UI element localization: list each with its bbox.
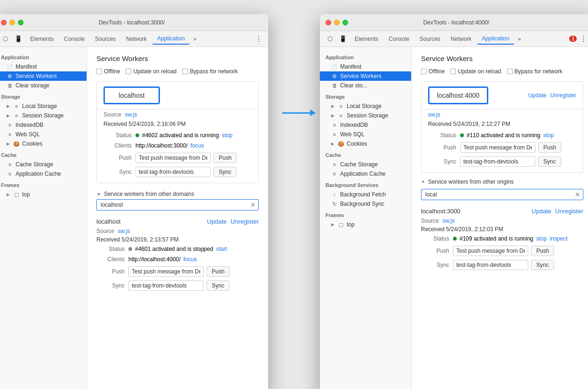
offline-checkbox-1[interactable]: [96, 69, 102, 74]
sync-input-1[interactable]: [135, 167, 211, 177]
unregister-link-mini-1[interactable]: Unregister: [230, 218, 259, 225]
sidebar-item-local-storage-2[interactable]: ▶ ≡ Local Storage: [320, 101, 411, 111]
bypass-checkbox-1[interactable]: [183, 69, 188, 74]
bypass-checkbox-2[interactable]: [507, 69, 513, 74]
arrow-line: [282, 112, 315, 114]
update-link-mini-2[interactable]: Update: [532, 208, 551, 215]
stop-link-2[interactable]: stop: [543, 132, 554, 139]
update-reload-option-2[interactable]: Update on reload: [450, 68, 501, 75]
device-icon[interactable]: 📱: [12, 33, 24, 45]
bypass-option-1[interactable]: Bypass for network: [183, 68, 238, 75]
sw-mini-source-link-1[interactable]: sw.js: [118, 228, 130, 234]
update-reload-checkbox-1[interactable]: [126, 69, 131, 74]
push-button-1[interactable]: Push: [214, 153, 237, 163]
sidebar-item-clear-storage-2[interactable]: 🗑 Clear sto...: [320, 81, 411, 90]
sidebar-item-manifest-2[interactable]: 📄 Manifest: [320, 62, 411, 71]
bypass-option-2[interactable]: Bypass for network: [507, 68, 563, 75]
mini-push-input-2[interactable]: [453, 246, 528, 256]
tab-application-2[interactable]: Application: [477, 33, 514, 45]
sw-mini-source-link-2[interactable]: sw.js: [442, 218, 454, 224]
minimize-button-2[interactable]: [334, 20, 340, 25]
sidebar-item-service-workers-1[interactable]: ⚙ Service Workers: [0, 71, 87, 81]
sidebar-item-top-1[interactable]: ▶ ▢ top: [0, 190, 87, 199]
unregister-link-primary-2[interactable]: Unregister: [550, 92, 576, 99]
maximize-button-1[interactable]: [18, 20, 24, 25]
filter-clear-2[interactable]: ✕: [575, 191, 580, 198]
mini-push-button-1[interactable]: Push: [207, 266, 230, 277]
menu-dots-1[interactable]: ⋮: [253, 34, 264, 43]
menu-dots-2[interactable]: ⋮: [578, 34, 588, 43]
push-input-2[interactable]: [460, 142, 535, 153]
mini-sync-input-2[interactable]: [453, 260, 528, 270]
start-link-1[interactable]: start: [216, 246, 227, 252]
update-reload-option-1[interactable]: Update on reload: [126, 68, 176, 75]
update-link-mini-1[interactable]: Update: [207, 218, 227, 225]
update-reload-checkbox-2[interactable]: [450, 69, 456, 74]
sidebar-item-app-cache-1[interactable]: ≡ Application Cache: [0, 169, 87, 179]
inspect-icon[interactable]: ⬡: [0, 33, 11, 45]
inspect-icon-2[interactable]: ⬡: [324, 33, 336, 45]
tab-network-1[interactable]: Network: [121, 34, 151, 44]
more-tabs-1[interactable]: »: [191, 34, 199, 44]
sidebar-item-session-storage-1[interactable]: ▶ ≡ Session Storage: [0, 111, 87, 120]
more-tabs-2[interactable]: »: [515, 34, 524, 44]
sidebar-item-cookies-1[interactable]: ▶ 🍪 Cookies: [0, 139, 87, 148]
push-button-2[interactable]: Push: [538, 142, 561, 153]
sidebar-item-indexeddb-2[interactable]: ≡ IndexedDB: [320, 120, 411, 130]
maximize-button-2[interactable]: [342, 20, 348, 25]
tab-sources-2[interactable]: Sources: [415, 34, 445, 44]
other-origins-title-2[interactable]: ▼ Service workers from other origins: [421, 179, 583, 185]
mini-push-input-1[interactable]: [128, 266, 204, 277]
sw-source-link-1[interactable]: sw.js: [125, 111, 137, 118]
sidebar-item-local-storage-1[interactable]: ▶ ≡ Local Storage: [0, 101, 87, 111]
mini-sync-button-1[interactable]: Sync: [207, 280, 230, 291]
sidebar-item-manifest-1[interactable]: 📄 Manifest: [0, 62, 87, 71]
push-input-1[interactable]: [135, 153, 211, 163]
sidebar-item-indexeddb-1[interactable]: ≡ IndexedDB: [0, 120, 87, 130]
close-button-2[interactable]: [326, 20, 331, 25]
sidebar-item-app-cache-2[interactable]: ≡ Application Cache: [320, 169, 411, 179]
offline-option-1[interactable]: Offline: [96, 68, 120, 75]
filter-input-2[interactable]: [421, 189, 583, 200]
sidebar-item-websql-1[interactable]: ≡ Web SQL: [0, 130, 87, 139]
sync-button-1[interactable]: Sync: [214, 167, 237, 177]
other-domains-header-1[interactable]: ▼ Service workers from other domains: [96, 189, 259, 199]
offline-option-2[interactable]: Offline: [421, 68, 445, 75]
tab-network-2[interactable]: Network: [446, 34, 476, 44]
sync-button-2[interactable]: Sync: [538, 156, 561, 167]
tab-elements-2[interactable]: Elements: [350, 34, 383, 44]
sync-input-2[interactable]: [460, 156, 535, 167]
close-button-1[interactable]: [1, 20, 7, 25]
focus-link-1[interactable]: focus: [191, 142, 204, 149]
sidebar-item-cookies-2[interactable]: ▶ 🍪 Cookies: [320, 139, 411, 148]
tab-application-1[interactable]: Application: [152, 33, 190, 45]
device-icon-2[interactable]: 📱: [337, 33, 349, 45]
mini-stop-link-2[interactable]: stop: [536, 235, 547, 242]
sidebar-item-websql-2[interactable]: ≡ Web SQL: [320, 130, 411, 139]
mini-sync-input-1[interactable]: [128, 280, 204, 291]
tab-console-1[interactable]: Console: [59, 34, 89, 44]
sidebar-item-clear-storage-1[interactable]: 🗑 Clear storage: [0, 81, 87, 90]
tab-console-2[interactable]: Console: [384, 34, 414, 44]
sidebar-item-top-2[interactable]: ▶ ▢ top: [320, 220, 411, 229]
sidebar-item-service-workers-2[interactable]: ⚙ Service Workers: [320, 71, 411, 81]
tab-sources-1[interactable]: Sources: [90, 34, 120, 44]
mini-focus-link-1[interactable]: focus: [183, 256, 197, 263]
mini-sync-button-2[interactable]: Sync: [531, 260, 554, 270]
sidebar-item-session-storage-2[interactable]: ▶ ≡ Session Storage: [320, 111, 411, 120]
filter-input-1[interactable]: [96, 199, 259, 210]
inspect-link-2[interactable]: inspect: [549, 235, 567, 242]
sidebar-item-cache-storage-1[interactable]: ≡ Cache Storage: [0, 160, 87, 169]
sidebar-item-bg-sync-2[interactable]: ↻ Background Sync: [320, 199, 411, 209]
minimize-button-1[interactable]: [9, 20, 15, 25]
unregister-link-mini-2[interactable]: Unregister: [555, 208, 583, 215]
sidebar-item-cache-storage-2[interactable]: ≡ Cache Storage: [320, 160, 411, 169]
sidebar-item-bg-fetch-2[interactable]: ↑ Background Fetch: [320, 190, 411, 199]
filter-clear-1[interactable]: ✕: [250, 201, 256, 209]
stop-link-1[interactable]: stop: [222, 132, 232, 139]
update-link-primary-2[interactable]: Update: [528, 92, 547, 99]
tab-elements-1[interactable]: Elements: [25, 34, 58, 44]
sw-source-link-2[interactable]: sw.js: [428, 111, 440, 118]
mini-push-button-2[interactable]: Push: [531, 246, 554, 256]
offline-checkbox-2[interactable]: [421, 69, 427, 74]
